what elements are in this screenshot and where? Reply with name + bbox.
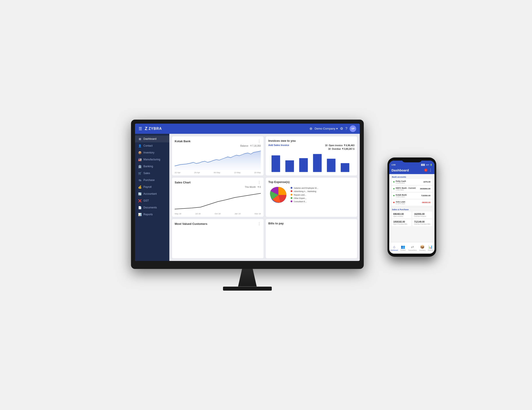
bank-amount-3: -96000.00 bbox=[421, 201, 430, 204]
phone-time: 1:03 bbox=[391, 163, 395, 166]
help-icon[interactable]: ? bbox=[345, 127, 347, 131]
sidebar-item-reports[interactable]: 📊 Reports bbox=[135, 211, 169, 218]
sp-item-2: 1058182.00 Open Purchase Bills bbox=[391, 219, 411, 226]
phone-bank-item-0: Petty Cash 5 DAYS AGO 1876.00 bbox=[391, 179, 432, 185]
sidebar-label-manufacturing: Manufacturing bbox=[143, 158, 160, 161]
bank-sub-3: 01 APR 2018 bbox=[396, 203, 405, 204]
phone-notch bbox=[402, 157, 422, 162]
sidebar-item-accountant[interactable]: 🔄 Accountant bbox=[135, 190, 169, 197]
bank-amount-0: 1876.00 bbox=[423, 181, 430, 183]
most-valued-title: Most Valued Customers bbox=[175, 222, 207, 225]
sidebar-label-contact: Contact bbox=[143, 144, 152, 147]
dashboard-icon: ⊞ bbox=[138, 137, 142, 141]
svg-rect-0 bbox=[271, 155, 280, 172]
inv-x-4: 03 - 09 Jun bbox=[346, 175, 354, 176]
bank-info-2: Kotak Bank 2 DAYS AGO bbox=[396, 194, 407, 197]
most-valued-menu[interactable]: ⋮ bbox=[257, 222, 261, 226]
phone-content: Bank accounts Petty Cash 5 DAYS AGO 1876… bbox=[389, 174, 435, 242]
legend-dot-2 bbox=[291, 194, 292, 196]
documents-icon: 📄 bbox=[138, 206, 142, 209]
sidebar-item-gst[interactable]: ❌ GST bbox=[135, 197, 169, 204]
phone-outer: 1:03 ▋▋▋ WiFi 🔋 Dashboard 1 ⋮ bbox=[388, 157, 436, 257]
sp-value-1: 162055.00 bbox=[414, 213, 430, 215]
sales-x-labels: May 18 Jul 18 Oct 18 Jan 19 Mar 19 bbox=[175, 213, 261, 215]
inv-x-3: 27 - 02 Jun bbox=[325, 175, 334, 176]
bank-info-1: HDFC Bank - Current 1 DAY AGO bbox=[396, 187, 416, 190]
top-expenses-card: Top Expense(s) bbox=[266, 178, 357, 217]
bank-chart-svg bbox=[175, 148, 261, 170]
legend-label-1: Advertising A... Marketing bbox=[294, 190, 316, 193]
sp-item-3: 712149.00 Overdue Purchase Bills bbox=[412, 219, 432, 226]
notification-badge[interactable]: 1 bbox=[424, 168, 427, 172]
sales-x-2: Oct 18 bbox=[215, 213, 220, 215]
bank-name-1: HDFC Bank - Current bbox=[396, 187, 416, 189]
legend-dot-0 bbox=[291, 187, 292, 189]
add-icon[interactable]: ⊕ bbox=[309, 126, 312, 131]
add-sales-invoice-button[interactable]: Add Sales Invoice bbox=[268, 144, 289, 146]
company-selector[interactable]: Demo Company ▾ bbox=[314, 127, 338, 130]
settings-icon[interactable]: ⚙ bbox=[340, 126, 343, 131]
kotak-bank-menu[interactable]: ⋮ bbox=[257, 139, 261, 143]
sales-chart-header: Sales Chart ⋮ bbox=[175, 180, 261, 185]
balance-label: Balance ₹ 7,18,350 bbox=[175, 145, 261, 147]
sp-label-3: Overdue Purchase Bills bbox=[414, 223, 430, 225]
bills-to-pay-card: Bills to pay bbox=[266, 219, 357, 258]
sp-label-1: Overdue Invoices bbox=[414, 215, 430, 217]
phone-more-icon[interactable]: ⋮ bbox=[429, 168, 432, 172]
sidebar-item-banking[interactable]: 🏦 Banking bbox=[135, 163, 169, 170]
monitor-chin bbox=[135, 261, 360, 269]
sidebar-item-documents[interactable]: 📄 Documents bbox=[135, 204, 169, 211]
phone-nav-dashboard[interactable]: ⌂ Dashboard bbox=[390, 245, 398, 251]
bank-item-left-1: HDFC Bank - Current 1 DAY AGO bbox=[393, 187, 416, 190]
bank-name-2: Kotak Bank bbox=[396, 194, 407, 196]
phone-nav-contact-icon: 👥 bbox=[401, 245, 405, 249]
sidebar-item-dashboard[interactable]: ⊞ Dashboard bbox=[135, 136, 169, 142]
phone-divider bbox=[391, 207, 432, 207]
x-label-2: 29 Apr bbox=[194, 171, 200, 174]
signal-icon: ▋▋▋ bbox=[421, 164, 425, 166]
sidebar-label-documents: Documents bbox=[143, 206, 157, 209]
legend-dot-1 bbox=[291, 190, 292, 192]
avatar[interactable]: VP bbox=[350, 125, 356, 132]
phone-nav-reports-icon: 📊 bbox=[428, 245, 433, 249]
sidebar-item-manufacturing[interactable]: 🏭 Manufacturing bbox=[135, 156, 169, 163]
top-bar-right: ⊕ Demo Company ▾ ⚙ ? VP bbox=[309, 125, 356, 132]
scene: ☰ Z ZYBRA ⊕ Demo Company ▾ ⚙ bbox=[0, 0, 532, 410]
app-ui: ☰ Z ZYBRA ⊕ Demo Company ▾ ⚙ bbox=[135, 124, 360, 261]
phone-nav-transactions[interactable]: ⇄ Transactions bbox=[408, 245, 417, 251]
phone-nav-transactions-label: Transactions bbox=[408, 249, 417, 251]
sidebar-item-sales[interactable]: 🛒 Sales bbox=[135, 170, 169, 177]
phone-nav-dashboard-label: Dashboard bbox=[390, 249, 398, 251]
sales-chart-menu[interactable]: ⋮ bbox=[257, 180, 261, 185]
menu-icon[interactable]: ☰ bbox=[139, 126, 142, 131]
legend-item-3: Other Expen... bbox=[291, 197, 318, 200]
sidebar-item-payroll[interactable]: 💰 Payroll bbox=[135, 184, 169, 190]
manufacturing-icon: 🏭 bbox=[138, 158, 142, 161]
bank-name-3: Axis Loan bbox=[396, 200, 405, 203]
sales-x-3: Jan 19 bbox=[235, 213, 240, 215]
logo: Z ZYBRA bbox=[145, 126, 162, 131]
sidebar-item-inventory[interactable]: 📦 Inventory bbox=[135, 149, 169, 156]
sidebar-item-purchase[interactable]: 🛍 Purchase bbox=[135, 177, 169, 184]
monitor-outer: ☰ Z ZYBRA ⊕ Demo Company ▾ ⚙ bbox=[131, 120, 364, 269]
phone-nav-reports[interactable]: 📊 Reports bbox=[428, 245, 433, 251]
logo-text: ZYBRA bbox=[149, 127, 162, 131]
x-label-3: 06 May bbox=[214, 171, 220, 174]
sidebar-item-contact[interactable]: 👤 Contact bbox=[135, 142, 169, 149]
bank-sub-2: 2 DAYS AGO bbox=[396, 196, 407, 197]
sales-x-1: Jul 18 bbox=[195, 213, 201, 215]
bank-dot-1 bbox=[393, 188, 395, 189]
sidebar-label-sales: Sales bbox=[143, 172, 150, 175]
phone-nav-inventory[interactable]: 📦 Inventory bbox=[419, 245, 426, 251]
legend-item-2: Repairs and... bbox=[291, 193, 318, 197]
invoices-sub-header: Add Sales Invoice 10 Open invoice ₹ 6,96… bbox=[268, 144, 355, 151]
phone-nav-inventory-label: Inventory bbox=[419, 249, 426, 251]
phone-nav-contact[interactable]: 👥 Contact bbox=[400, 245, 406, 251]
top-expenses-header: Top Expense(s) bbox=[268, 180, 355, 184]
invoice-stats: 10 Open invoice ₹ 6,96,463 18 Overdue ₹ … bbox=[325, 144, 354, 151]
sidebar-label-inventory: Inventory bbox=[143, 151, 154, 154]
bank-info-0: Petty Cash 5 DAYS AGO bbox=[396, 180, 406, 184]
phone-sp-section-title: Sales & Purchase bbox=[391, 208, 432, 210]
invoice-bar-chart bbox=[268, 153, 355, 175]
bills-to-pay-header: Bills to pay bbox=[268, 222, 355, 225]
